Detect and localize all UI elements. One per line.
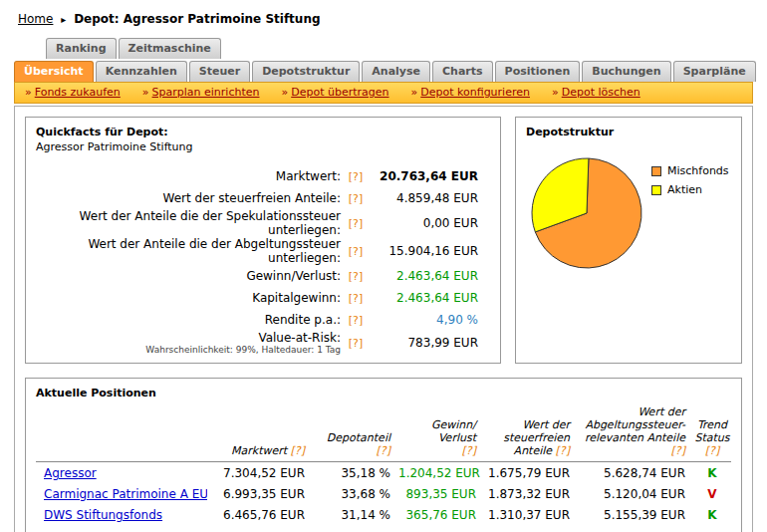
action-sparplan-einrichten[interactable]: »Sparplan einrichten [142, 86, 260, 99]
page-title: Depot: Agressor Patrimoine Stiftung [74, 12, 320, 26]
cell-steuerfrei: 1.873,32 EUR [476, 483, 570, 504]
quickfact-label: Kapitalgewinn: [36, 291, 341, 305]
quickfact-row-abgeltungssteuer: Wert der Anteile die der Abgeltungssteue… [36, 237, 490, 265]
quickfact-value: 0,00 EUR [371, 216, 478, 230]
main-content: Quickfacts für Depot: Agressor Patrimoin… [14, 106, 753, 532]
action-depot-konfigurieren[interactable]: »Depot konfigurieren [411, 86, 530, 99]
legend-label: Mischfonds [667, 164, 729, 177]
quickfact-row-spekulationssteuer: Wert der Anteile die der Spekulationsste… [36, 209, 490, 237]
help-link[interactable]: [?] [349, 170, 363, 183]
header-gewinn-verlust: Gewinn/ Verlust [?] [390, 403, 476, 462]
header-steuerfreie-anteile: Wert der steuerfreien Anteile [?] [476, 403, 570, 462]
quickfact-value: 2.463,64 EUR [371, 291, 478, 305]
quickfact-value: 20.763,64 EUR [371, 169, 478, 183]
double-arrow-icon: » [142, 86, 149, 99]
help-link[interactable]: [?] [349, 217, 363, 230]
depot-pie [526, 152, 647, 274]
quickfact-value: 15.904,16 EUR [371, 244, 478, 258]
fund-link-agressor[interactable]: Agressor [44, 466, 97, 480]
tab-kennzahlen[interactable]: Kennzahlen [96, 61, 187, 82]
quickfact-label: Gewinn/Verlust: [36, 269, 341, 283]
tab-ranking[interactable]: Ranking [46, 38, 117, 59]
positions-title: Aktuelle Positionen [36, 387, 731, 399]
help-link[interactable]: [?] [349, 337, 363, 350]
quickfacts-panel: Quickfacts für Depot: Agressor Patrimoin… [25, 117, 501, 364]
help-link[interactable]: [?] [671, 444, 685, 457]
legend-swatch-mischfonds [651, 166, 661, 176]
pie-chart-container [526, 152, 647, 274]
tab-analyse[interactable]: Analyse [362, 61, 430, 82]
quickfact-label: Rendite p.a.: [36, 313, 341, 327]
tab-sparplaene[interactable]: Sparpläne [673, 61, 756, 82]
help-link[interactable]: [?] [349, 314, 363, 327]
tab-depotstruktur[interactable]: Depotstruktur [252, 61, 360, 82]
cell-abgeltung: 5.628,74 EUR [570, 462, 685, 484]
quickfact-row-steuerfrei: Wert der steuerfreien Anteile: [?] 4.859… [36, 187, 490, 209]
help-link[interactable]: [?] [349, 245, 363, 258]
quickfacts-title: Quickfacts für Depot: [36, 126, 490, 138]
double-arrow-icon: » [552, 86, 559, 99]
cell-marktwert: 6.993,35 EUR [207, 483, 305, 504]
action-fonds-zukaufen[interactable]: »Fonds zukaufen [25, 86, 121, 99]
cell-depotanteil: 33,68 % [305, 483, 390, 504]
breadcrumb-home-link[interactable]: Home [18, 12, 53, 26]
help-link[interactable]: [?] [556, 444, 570, 457]
quickfacts-subtitle: Agressor Patrimoine Stiftung [36, 140, 490, 153]
legend-swatch-aktien [651, 185, 661, 195]
quickfact-row-marktwert: Marktwert: [?] 20.763,64 EUR [36, 165, 490, 187]
cell-depotanteil: 31,14 % [305, 504, 390, 525]
cell-abgeltung: 5.155,39 EUR [570, 504, 685, 525]
quickfact-value: 783,99 EUR [371, 336, 478, 350]
quickfact-value: 4.859,48 EUR [371, 191, 478, 205]
legend-item-mischfonds: Mischfonds [651, 164, 729, 177]
header-name [36, 403, 207, 462]
tab-zeitmaschine[interactable]: Zeitmaschine [119, 38, 221, 59]
page: Home ▸ Depot: Agressor Patrimoine Stiftu… [0, 0, 767, 532]
cell-steuerfrei: 1.310,37 EUR [476, 504, 570, 525]
help-link[interactable]: [?] [705, 444, 719, 457]
positions-panel: Aktuelle Positionen Marktwert [?] Depota… [25, 378, 742, 532]
tab-steuer[interactable]: Steuer [189, 61, 250, 82]
quickfact-row-kapitalgewinn: Kapitalgewinn: [?] 2.463,64 EUR [36, 287, 490, 309]
tab-positionen[interactable]: Positionen [495, 61, 581, 82]
cell-trend: K [685, 504, 731, 525]
help-link[interactable]: [?] [349, 292, 363, 305]
position-row-carmignac: Carmignac Patrimoine A EUR acc 6.993,35 … [36, 483, 731, 504]
tab-uebersicht[interactable]: Übersicht [14, 61, 94, 82]
spacer-row [36, 525, 731, 532]
action-depot-loeschen[interactable]: »Depot löschen [552, 86, 640, 99]
header-trend-status: Trend Status [?] [685, 403, 731, 462]
help-link[interactable]: [?] [349, 270, 363, 283]
quickfact-row-value-at-risk: Value-at-Risk: Wahrscheinlichkeit: 99%, … [36, 331, 490, 355]
quickfact-value: 4,90 % [371, 313, 478, 327]
fund-link-carmignac[interactable]: Carmignac Patrimoine A EUR acc [44, 487, 207, 501]
depotstruktur-panel: Depotstruktur Mischfonds Aktien [515, 117, 742, 364]
fund-link-dws[interactable]: DWS Stiftungsfonds [44, 508, 162, 522]
quickfact-label: Wert der steuerfreien Anteile: [36, 191, 341, 205]
quickfact-row-gewinn-verlust: Gewinn/Verlust: [?] 2.463,64 EUR [36, 265, 490, 287]
cell-marktwert: 7.304,52 EUR [207, 462, 305, 484]
legend-item-aktien: Aktien [651, 183, 729, 196]
legend-label: Aktien [667, 183, 702, 196]
double-arrow-icon: » [411, 86, 418, 99]
double-arrow-icon: » [281, 86, 288, 99]
cell-gewinn: 365,76 EUR [390, 504, 476, 525]
position-row-agressor: Agressor 7.304,52 EUR 35,18 % 1.204,52 E… [36, 462, 731, 484]
quickfact-value: 2.463,64 EUR [371, 269, 478, 283]
var-parameters: Wahrscheinlichkeit: 99%, Haltedauer: 1 T… [36, 345, 341, 355]
depotstruktur-title: Depotstruktur [526, 126, 731, 138]
action-depot-uebertragen[interactable]: »Depot übertragen [281, 86, 388, 99]
cell-trend: V [685, 483, 731, 504]
help-link[interactable]: [?] [349, 192, 363, 205]
cell-steuerfrei: 1.675,79 EUR [476, 462, 570, 484]
tab-charts[interactable]: Charts [432, 61, 493, 82]
pie-legend: Mischfonds Aktien [651, 164, 729, 274]
double-arrow-icon: » [25, 86, 32, 99]
help-link[interactable]: [?] [291, 444, 305, 457]
cell-trend: K [685, 462, 731, 484]
help-link[interactable]: [?] [377, 444, 390, 457]
help-link[interactable]: [?] [462, 444, 476, 457]
cell-abgeltung: 5.120,04 EUR [570, 483, 685, 504]
tabs-primary: Übersicht Kennzahlen Steuer Depotstruktu… [14, 61, 753, 82]
tab-buchungen[interactable]: Buchungen [582, 61, 670, 82]
